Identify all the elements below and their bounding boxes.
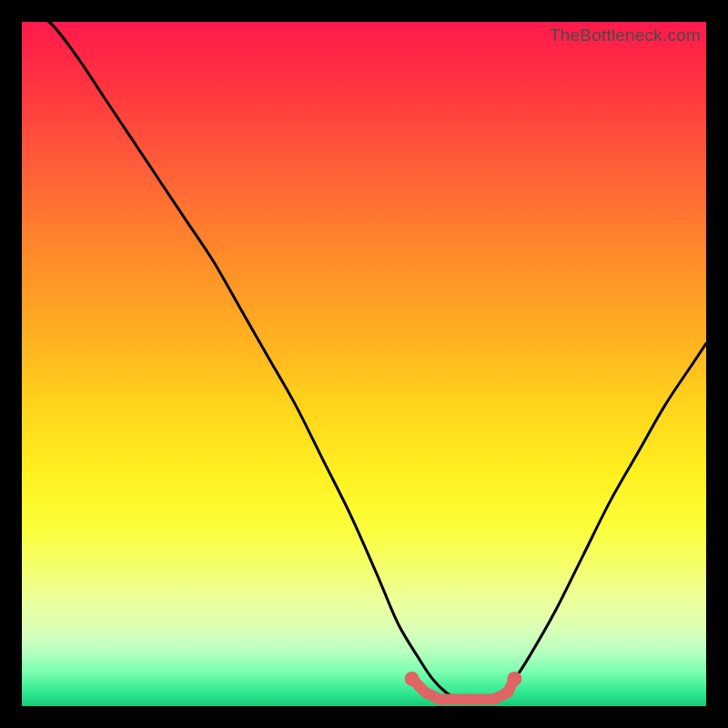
chart-frame: TheBottleneck.com xyxy=(22,22,706,706)
marker-dot xyxy=(461,693,472,704)
chart-svg xyxy=(22,22,706,706)
marker-dot xyxy=(489,693,500,704)
marker-dot xyxy=(420,687,431,698)
marker-dot xyxy=(475,693,486,704)
marker-dot xyxy=(434,693,445,704)
curve-group xyxy=(22,8,706,700)
marker-dot xyxy=(507,672,521,686)
marker-dot xyxy=(448,693,459,704)
bottleneck-curve xyxy=(22,8,706,700)
marker-group xyxy=(405,672,522,705)
marker-dot xyxy=(405,672,420,686)
marker-dot xyxy=(502,687,513,698)
